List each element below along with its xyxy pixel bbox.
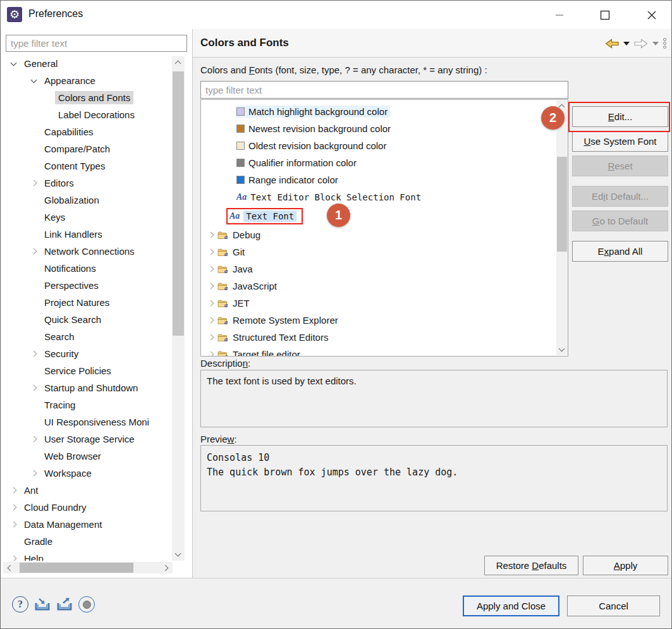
- list-item-qualifier-information[interactable]: Qualifier information color: [201, 154, 568, 171]
- tree-item-user-storage-service[interactable]: User Storage Service: [2, 431, 171, 448]
- tree-item-service-policies[interactable]: Service Policies: [2, 362, 171, 379]
- chevron-expanded-icon[interactable]: [30, 76, 37, 83]
- tree-item-startup-and-shutdown[interactable]: Startup and Shutdown: [2, 379, 171, 396]
- scroll-down-icon[interactable]: [559, 346, 565, 352]
- scroll-left-icon[interactable]: [8, 565, 14, 571]
- list-item-javascript[interactable]: aJavaScript: [201, 278, 568, 295]
- list-item-block-selection-font[interactable]: AaText Editor Block Selection Font: [201, 188, 568, 205]
- list-item-debug[interactable]: aDebug: [201, 226, 568, 243]
- chevron-collapsed-icon[interactable]: [10, 504, 16, 511]
- chevron-collapsed-icon[interactable]: [30, 385, 37, 391]
- scroll-up-icon[interactable]: [175, 61, 181, 67]
- tree-item-compare-patch[interactable]: Compare/Patch: [2, 140, 171, 157]
- scrollbar-thumb[interactable]: [20, 563, 133, 573]
- apply-button[interactable]: Apply: [583, 556, 668, 575]
- tree-item-gradle[interactable]: Gradle: [2, 533, 171, 550]
- import-button[interactable]: [34, 597, 51, 611]
- scroll-right-icon[interactable]: [162, 565, 169, 571]
- fonts-filter-input[interactable]: [200, 81, 568, 99]
- list-item-range-indicator[interactable]: Range indicator color: [201, 171, 568, 188]
- chevron-collapsed-icon[interactable]: [30, 180, 37, 186]
- tree-item-link-handlers[interactable]: Link Handlers: [2, 226, 171, 243]
- chevron-collapsed-icon[interactable]: [30, 248, 37, 255]
- tree-item-security[interactable]: Security: [2, 345, 171, 362]
- forward-history-menu-icon[interactable]: [652, 42, 659, 46]
- tree-item-ui-responsiveness-monitoring[interactable]: UI Responsiveness Moni: [2, 413, 171, 431]
- chevron-collapsed-icon[interactable]: [10, 556, 16, 561]
- list-item-java[interactable]: aJava: [201, 260, 568, 278]
- sidebar-filter-input[interactable]: [6, 35, 187, 52]
- tree-item-web-browser[interactable]: Web Browser: [2, 448, 171, 465]
- tree-item-search[interactable]: Search: [2, 328, 171, 345]
- tree-item-appearance[interactable]: Appearance: [2, 72, 171, 89]
- chevron-collapsed-icon[interactable]: [10, 522, 16, 528]
- close-button[interactable]: [642, 5, 662, 25]
- chevron-collapsed-icon[interactable]: [10, 487, 16, 494]
- list-item-remote-system-explorer[interactable]: aRemote System Explorer: [201, 312, 568, 329]
- list-item-match-highlight[interactable]: Match highlight background color: [201, 103, 568, 120]
- tree-item-keys[interactable]: Keys: [2, 209, 171, 226]
- tree-item-perspectives[interactable]: Perspectives: [2, 277, 171, 294]
- back-history-menu-icon[interactable]: [623, 42, 630, 46]
- list-item-jet[interactable]: aJET: [201, 295, 568, 312]
- export-button[interactable]: [56, 597, 73, 611]
- tree-item-data-management[interactable]: Data Management: [2, 516, 171, 533]
- use-system-font-button[interactable]: Use System Font: [572, 131, 668, 152]
- scrollbar-thumb[interactable]: [557, 157, 567, 252]
- expand-all-button[interactable]: Expand All: [572, 241, 668, 262]
- nav-back-button[interactable]: [605, 39, 619, 49]
- cancel-button[interactable]: Cancel: [567, 595, 660, 616]
- list-item-structured-text-editors[interactable]: aStructured Text Editors: [201, 329, 568, 346]
- list-item-newest-revision[interactable]: Newest revision background color: [201, 120, 568, 137]
- list-item-target-file-editor[interactable]: aTarget file editor: [201, 346, 568, 357]
- help-button[interactable]: ?: [12, 596, 28, 613]
- chevron-collapsed-icon[interactable]: [207, 266, 214, 272]
- tree-item-label-decorations[interactable]: Label Decorations: [2, 106, 171, 123]
- apply-and-close-button[interactable]: Apply and Close: [463, 595, 559, 616]
- maximize-button[interactable]: [595, 5, 615, 25]
- tree-item-notifications[interactable]: Notifications: [2, 260, 171, 277]
- tree-vertical-scrollbar[interactable]: [172, 56, 185, 561]
- reset-button[interactable]: Reset: [572, 156, 668, 176]
- edit-default-button[interactable]: Edit Default...: [572, 186, 668, 207]
- tree-item-general[interactable]: General: [2, 55, 171, 72]
- list-item-git[interactable]: aGit: [201, 243, 568, 260]
- tree-item-content-types[interactable]: Content Types: [2, 157, 171, 174]
- chevron-collapsed-icon[interactable]: [30, 351, 37, 357]
- tree-item-editors[interactable]: Editors: [2, 174, 171, 192]
- chevron-collapsed-icon[interactable]: [207, 351, 214, 357]
- tree-item-colors-and-fonts[interactable]: Colors and Fonts: [2, 89, 171, 106]
- chevron-collapsed-icon[interactable]: [207, 283, 214, 290]
- edit-button[interactable]: Edit...: [572, 106, 668, 127]
- restore-defaults-button[interactable]: Restore Defaults: [484, 556, 578, 575]
- chevron-collapsed-icon[interactable]: [30, 436, 37, 443]
- tree-horizontal-scrollbar[interactable]: [3, 562, 173, 573]
- tree-item-workspace[interactable]: Workspace: [2, 465, 171, 482]
- chevron-collapsed-icon[interactable]: [30, 470, 37, 477]
- chevron-collapsed-icon[interactable]: [207, 249, 214, 255]
- list-vertical-scrollbar[interactable]: [556, 101, 568, 355]
- tree-item-globalization[interactable]: Globalization: [2, 192, 171, 209]
- chevron-collapsed-icon[interactable]: [207, 334, 214, 341]
- scrollbar-thumb[interactable]: [173, 71, 184, 336]
- view-menu-icon[interactable]: [663, 38, 666, 49]
- list-item-text-font[interactable]: Aa Text Font: [201, 205, 568, 226]
- tree-item-tracing[interactable]: Tracing: [2, 396, 171, 413]
- tree-item-cloud-foundry[interactable]: Cloud Foundry: [2, 499, 171, 516]
- chevron-expanded-icon[interactable]: [10, 59, 16, 66]
- nav-forward-button[interactable]: [634, 39, 648, 49]
- tree-item-quick-search[interactable]: Quick Search: [2, 311, 171, 328]
- go-to-default-button[interactable]: Go to Default: [572, 211, 668, 231]
- tree-item-project-natures[interactable]: Project Natures: [2, 294, 171, 311]
- chevron-collapsed-icon[interactable]: [207, 300, 214, 307]
- minimize-button[interactable]: [549, 5, 570, 25]
- chevron-collapsed-icon[interactable]: [207, 317, 214, 324]
- tree-item-capabilities[interactable]: Capabilities: [2, 123, 171, 140]
- preference-recorder-button[interactable]: [78, 596, 95, 613]
- chevron-collapsed-icon[interactable]: [207, 232, 214, 238]
- tree-item-help[interactable]: Help: [2, 550, 171, 561]
- tree-item-ant[interactable]: Ant: [2, 482, 171, 499]
- list-item-oldest-revision[interactable]: Oldest revision background color: [201, 137, 568, 154]
- tree-item-network-connections[interactable]: Network Connections: [2, 243, 171, 260]
- scroll-down-icon[interactable]: [175, 551, 181, 557]
